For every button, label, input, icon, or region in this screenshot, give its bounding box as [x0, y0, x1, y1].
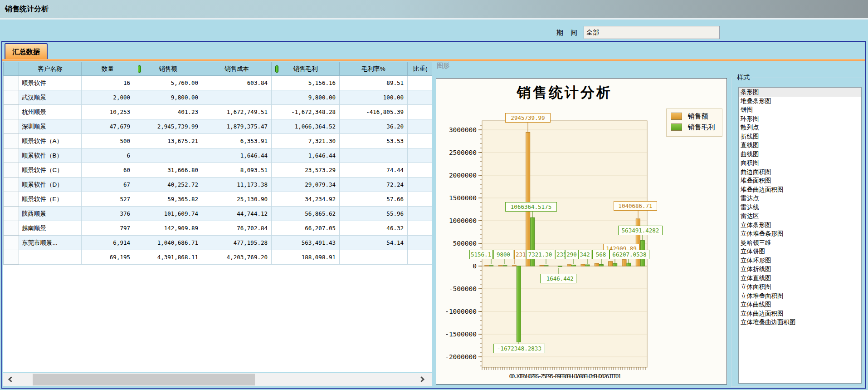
- value-cell: [408, 90, 433, 105]
- row-selector[interactable]: [4, 250, 19, 265]
- style-list-item[interactable]: 曲边面积图: [739, 168, 861, 177]
- style-list-item[interactable]: 立体堆叠曲边面积图: [739, 318, 861, 327]
- row-selector[interactable]: [4, 90, 19, 105]
- style-panel-label: 样式: [735, 74, 752, 82]
- style-list-item[interactable]: 饼图: [739, 105, 861, 114]
- bar-profit: [572, 265, 576, 266]
- style-list-item[interactable]: 立体堆叠面积图: [739, 291, 861, 301]
- scrollbar-thumb[interactable]: [33, 374, 255, 385]
- svg-text:1000000: 1000000: [449, 217, 477, 224]
- column-header-0[interactable]: 客户名称: [19, 62, 82, 76]
- column-header-3[interactable]: 销售成本: [202, 62, 272, 76]
- style-list-item[interactable]: 散列点: [739, 123, 861, 132]
- value-cell: 76,702.84: [202, 221, 272, 236]
- customer-name-cell: 顺景软件（A）: [19, 134, 82, 148]
- value-cell: [408, 76, 433, 90]
- style-list-item[interactable]: 面积图: [739, 158, 861, 168]
- column-header-6[interactable]: 比重(: [408, 62, 433, 76]
- value-cell: 188,098.91: [272, 250, 340, 265]
- style-list-item[interactable]: 堆叠曲边面积图: [739, 185, 861, 194]
- style-list-item[interactable]: 堆叠面积图: [739, 176, 861, 185]
- row-selector[interactable]: [4, 105, 19, 119]
- chart-box: 3000000250000020000001500000100000050000…: [436, 78, 727, 385]
- bar-profit: [558, 266, 562, 267]
- style-list-item[interactable]: 条形图: [739, 88, 861, 97]
- style-list-item[interactable]: 折线图: [739, 132, 861, 141]
- value-cell: 527: [82, 192, 134, 207]
- value-cell: [202, 90, 272, 105]
- style-list-item[interactable]: 立体饼图: [739, 247, 861, 256]
- table-row[interactable]: 顺景软件（A）50013,675.216,353.917,321.3053.53: [4, 134, 433, 148]
- bar-profit: [503, 266, 507, 266]
- style-list-item[interactable]: 立体面积图: [739, 282, 861, 291]
- style-list-item[interactable]: 立体曲线图: [739, 300, 861, 309]
- style-list-item[interactable]: 立体直线图: [739, 274, 861, 283]
- svg-text:-500000: -500000: [449, 285, 477, 292]
- chart-data-label: 2945739.99: [505, 113, 551, 123]
- period-input[interactable]: [584, 26, 720, 39]
- style-list-item[interactable]: 立体堆叠条形图: [739, 229, 861, 238]
- value-cell: 69,195: [82, 250, 134, 265]
- value-cell: 60: [82, 163, 134, 178]
- profit-swatch-icon: [671, 123, 682, 131]
- customer-name-cell: 陕西顺景: [19, 207, 82, 221]
- style-list-item[interactable]: 立体曲边面积图: [739, 309, 861, 318]
- row-selector[interactable]: [4, 148, 19, 163]
- scroll-left-button[interactable]: [3, 373, 19, 386]
- svg-text:-1000000: -1000000: [445, 308, 477, 315]
- column-header-2[interactable]: 销售额: [134, 62, 202, 76]
- style-list-item[interactable]: 堆叠条形图: [739, 97, 861, 106]
- table-row[interactable]: 顺景软件（C）6031,666.808,093.5123,573.2974.44: [4, 163, 433, 178]
- svg-text:0: 0: [473, 262, 477, 270]
- table-total-row[interactable]: 69,1954,391,868.114,203,769.20188,098.91: [4, 250, 433, 265]
- value-cell: [408, 148, 433, 163]
- table-row[interactable]: 陕西顺景376101,609.7444,744.1256,865.6255.96: [4, 207, 433, 221]
- style-list-item[interactable]: 立体条形图: [739, 221, 861, 230]
- style-list-item[interactable]: 环形图: [739, 114, 861, 123]
- value-cell: 74.44: [340, 163, 408, 178]
- chart-panel-caption: 图形: [437, 62, 449, 70]
- table-row[interactable]: 顺景软件（D）6740,252.7211,173.3829,079.3472.2…: [4, 178, 433, 192]
- row-selector[interactable]: [4, 178, 19, 192]
- style-list-item[interactable]: 曼哈顿三维: [739, 238, 861, 247]
- value-cell: 5,156.16: [272, 76, 340, 90]
- table-row[interactable]: 深圳顺景47,6792,945,739.991,879,375.471,066,…: [4, 119, 433, 134]
- table-row[interactable]: 顺景软件（E）52759,365.8225,130.9034,234.9257.…: [4, 192, 433, 207]
- horizontal-scrollbar[interactable]: [3, 373, 432, 386]
- row-selector[interactable]: [4, 134, 19, 148]
- table-row[interactable]: 杭州顺景10,253401.231,672,749.51-1,672,348.2…: [4, 105, 433, 119]
- style-list-item[interactable]: 雷达点: [739, 194, 861, 203]
- summary-table-body: 客户名称数量销售额销售成本销售毛利毛利率%比重(顺景软件165,760.0060…: [4, 62, 433, 265]
- value-cell: -416,805.39: [340, 105, 408, 119]
- row-selector[interactable]: [4, 76, 19, 90]
- row-selector[interactable]: [4, 207, 19, 221]
- column-header-4[interactable]: 销售毛利: [272, 62, 340, 76]
- style-list-item[interactable]: 立体折线图: [739, 265, 861, 274]
- tab-summary-data[interactable]: 汇总数据: [5, 43, 48, 60]
- style-list-item[interactable]: 曲线图: [739, 150, 861, 159]
- value-cell: 66,207.05: [272, 221, 340, 236]
- style-list-item[interactable]: 雷达线: [739, 203, 861, 212]
- scroll-right-button[interactable]: [416, 373, 432, 386]
- legend-profit-label: 销售毛利: [688, 123, 715, 132]
- style-list-item[interactable]: 雷达区: [739, 212, 861, 221]
- style-list-item[interactable]: 立体环形图: [739, 256, 861, 265]
- table-row[interactable]: 越南顺景797142,909.8976,702.8466,207.0546.32: [4, 221, 433, 236]
- table-row[interactable]: 顺景软件165,760.00603.845,156.1689.51: [4, 76, 433, 90]
- column-header-5[interactable]: 毛利率%: [340, 62, 408, 76]
- row-selector[interactable]: [4, 221, 19, 236]
- table-row[interactable]: 东莞市顺景...6,9141,040,686.71477,195.28563,4…: [4, 236, 433, 250]
- chart-style-listbox[interactable]: 条形图堆叠条形图饼图环形图散列点折线图直线图曲线图面积图曲边面积图堆叠面积图堆叠…: [738, 87, 862, 384]
- table-row[interactable]: 武汉顺景2,0009,800.009,800.00100.00: [4, 90, 433, 105]
- value-cell: [408, 192, 433, 207]
- value-cell: 31,666.80: [134, 163, 202, 178]
- value-cell: 1,646.44: [202, 148, 272, 163]
- row-selector[interactable]: [4, 163, 19, 178]
- column-header-1[interactable]: 数量: [82, 62, 134, 76]
- style-list-item[interactable]: 直线图: [739, 141, 861, 150]
- row-selector[interactable]: [4, 119, 19, 134]
- value-cell: 36.20: [340, 119, 408, 134]
- row-selector[interactable]: [4, 236, 19, 250]
- table-row[interactable]: 顺景软件（B）61,646.44-1,646.44: [4, 148, 433, 163]
- row-selector[interactable]: [4, 192, 19, 207]
